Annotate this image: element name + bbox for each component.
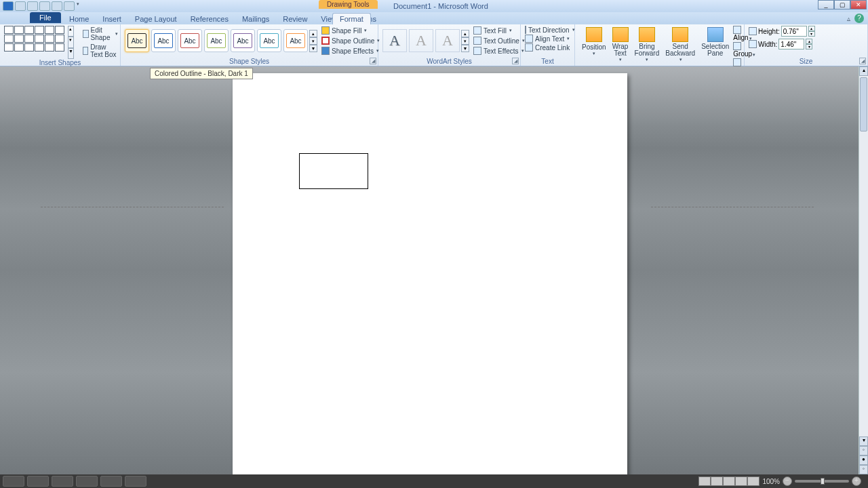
- width-input[interactable]: [778, 39, 804, 49]
- qat-save-icon[interactable]: [15, 1, 26, 11]
- tab-file[interactable]: File: [30, 12, 61, 23]
- qat-icon[interactable]: [52, 1, 62, 11]
- text-fill-button[interactable]: Text Fill▾: [472, 26, 526, 35]
- qat-customize-icon[interactable]: ▾: [77, 1, 79, 11]
- create-link-button[interactable]: Create Link: [525, 43, 570, 52]
- link-icon: [525, 43, 533, 52]
- spinner-down-icon[interactable]: ▾: [806, 44, 812, 49]
- scroll-up-icon[interactable]: ▴: [859, 66, 868, 76]
- shape-style-item[interactable]: Abc: [178, 29, 202, 52]
- text-direction-button[interactable]: Text Direction▾: [525, 26, 570, 34]
- view-full-screen-icon[interactable]: [711, 476, 723, 486]
- context-tool-label: Drawing Tools: [319, 0, 378, 9]
- gallery-more-icon[interactable]: ▼: [461, 45, 469, 52]
- group-label: Shape Styles: [125, 58, 374, 66]
- tab-format[interactable]: Format: [332, 13, 371, 24]
- dialog-launcher-icon[interactable]: ◢: [512, 58, 519, 64]
- edit-shape-button[interactable]: Edit Shape▾: [81, 26, 120, 42]
- wordart-item[interactable]: A: [435, 29, 460, 52]
- taskbar-item[interactable]: [27, 476, 49, 487]
- document-title: Document1 - Microsoft Word: [393, 2, 488, 10]
- spinner-up-icon[interactable]: ▴: [808, 26, 815, 31]
- shape-style-item[interactable]: Abc: [125, 29, 149, 52]
- view-draft-icon[interactable]: [747, 476, 760, 486]
- edit-shape-icon: [83, 30, 89, 38]
- zoom-out-button[interactable]: −: [783, 476, 792, 486]
- gallery-up-icon[interactable]: ▴: [309, 30, 317, 37]
- view-web-layout-icon[interactable]: [723, 476, 735, 486]
- taskbar-item[interactable]: [125, 476, 146, 487]
- gallery-down-icon[interactable]: ▾: [309, 37, 317, 45]
- document-workspace[interactable]: [0, 66, 859, 474]
- selection-pane-icon: [707, 27, 724, 42]
- rectangle-shape[interactable]: [299, 153, 368, 189]
- spinner-down-icon[interactable]: ▾: [808, 31, 815, 37]
- shape-effects-button[interactable]: Shape Effects▾: [320, 46, 381, 56]
- tab-page-layout[interactable]: Page Layout: [128, 14, 184, 24]
- wordart-gallery[interactable]: A A A: [382, 29, 460, 52]
- qat-icon[interactable]: [64, 1, 75, 11]
- scroll-thumb[interactable]: [860, 77, 867, 131]
- dialog-launcher-icon[interactable]: ◢: [859, 58, 866, 64]
- view-outline-icon[interactable]: [735, 476, 747, 486]
- maximize-button[interactable]: ▢: [834, 0, 850, 9]
- next-page-icon[interactable]: ◦: [859, 465, 868, 474]
- document-page[interactable]: [233, 73, 627, 476]
- text-direction-icon: [525, 26, 526, 34]
- text-effects-button[interactable]: Text Effects▾: [472, 46, 526, 56]
- scroll-down-icon[interactable]: ▾: [859, 436, 868, 446]
- dialog-launcher-icon[interactable]: ◢: [370, 58, 376, 64]
- height-input[interactable]: [781, 26, 807, 37]
- text-box-icon: [83, 47, 88, 55]
- qat-undo-icon[interactable]: [27, 1, 38, 11]
- taskbar-item[interactable]: [3, 476, 24, 487]
- shapes-gallery[interactable]: [4, 26, 64, 59]
- zoom-slider[interactable]: [795, 480, 849, 483]
- help-icon[interactable]: ?: [854, 14, 864, 23]
- tab-home[interactable]: Home: [62, 14, 96, 24]
- taskbar: 100% − +: [0, 474, 868, 488]
- qat-redo-icon[interactable]: [39, 1, 50, 11]
- taskbar-item[interactable]: [100, 476, 122, 487]
- align-text-button[interactable]: Align Text▾: [525, 35, 570, 43]
- gallery-down-icon[interactable]: ▾: [68, 37, 74, 47]
- shape-fill-button[interactable]: Shape Fill▾: [320, 26, 381, 35]
- wordart-item[interactable]: A: [382, 29, 407, 52]
- view-print-layout-icon[interactable]: [698, 476, 711, 486]
- shape-style-gallery[interactable]: Abc Abc Abc Abc Abc Abc Abc: [125, 29, 308, 52]
- prev-page-icon[interactable]: ◦: [859, 446, 868, 455]
- ribbon-minimize-icon[interactable]: ▵: [847, 15, 850, 22]
- gallery-up-icon[interactable]: ▴: [68, 26, 74, 37]
- tab-insert[interactable]: Insert: [96, 14, 128, 24]
- taskbar-item[interactable]: [76, 476, 98, 487]
- gallery-more-icon[interactable]: ▼: [68, 48, 74, 59]
- spinner-up-icon[interactable]: ▴: [806, 39, 812, 44]
- shape-style-item[interactable]: Abc: [257, 29, 281, 52]
- text-outline-button[interactable]: Text Outline▾: [472, 36, 526, 45]
- zoom-slider-handle[interactable]: [821, 478, 825, 485]
- vertical-scrollbar[interactable]: ▴ ▾ ◦ ● ◦: [859, 66, 868, 474]
- tab-references[interactable]: References: [184, 14, 235, 24]
- zoom-percent[interactable]: 100%: [762, 478, 780, 485]
- effects-icon: [321, 47, 330, 55]
- wordart-item[interactable]: A: [409, 29, 433, 52]
- gallery-down-icon[interactable]: ▾: [461, 37, 469, 45]
- shape-style-item[interactable]: Abc: [231, 29, 255, 52]
- gallery-more-icon[interactable]: ▼: [309, 45, 317, 52]
- gallery-up-icon[interactable]: ▴: [461, 30, 469, 37]
- shape-style-item[interactable]: Abc: [151, 29, 176, 52]
- align-icon: [733, 26, 741, 34]
- app-icon: [3, 1, 14, 11]
- minimize-button[interactable]: _: [818, 0, 834, 9]
- shape-outline-button[interactable]: Shape Outline▾: [320, 36, 381, 45]
- shape-style-item[interactable]: Abc: [283, 29, 308, 52]
- zoom-in-button[interactable]: +: [852, 476, 861, 486]
- tab-review[interactable]: Review: [276, 14, 314, 24]
- taskbar-item[interactable]: [52, 476, 73, 487]
- close-button[interactable]: ✕: [850, 0, 867, 9]
- tab-mailings[interactable]: Mailings: [235, 14, 276, 24]
- shape-style-item[interactable]: Abc: [204, 29, 229, 52]
- draw-text-box-button[interactable]: Draw Text Box: [81, 43, 120, 59]
- rotate-icon: [733, 58, 741, 66]
- browse-object-icon[interactable]: ●: [859, 455, 868, 465]
